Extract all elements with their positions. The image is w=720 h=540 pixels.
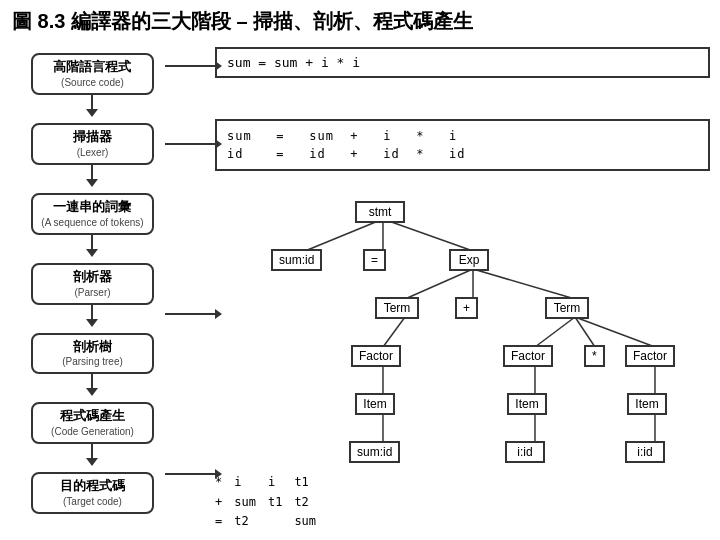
- arrow-source: [165, 61, 222, 71]
- codegen-a-1: i: [234, 473, 268, 492]
- svg-line-11: [575, 317, 655, 347]
- stage-source: 高階語言程式 (Source code): [31, 53, 153, 95]
- stage-tokens: 一連串的詞彙 (A sequence of tokens): [31, 193, 153, 235]
- stage-parsetree: 剖析樹 (Parsing tree): [31, 333, 153, 375]
- codegen-row-1: * i i t1: [215, 473, 328, 492]
- stage-flow: 高階語言程式 (Source code) 掃描器 (Lexer) 一連串的詞彙 …: [0, 39, 185, 539]
- codegen-op-2: +: [215, 493, 234, 512]
- codegen-r-2: t2: [294, 493, 328, 512]
- codegen-row-2: + sum t1 t2: [215, 493, 328, 512]
- tree-node-factor3: Factor: [625, 345, 675, 367]
- tree-node-plus: +: [455, 297, 478, 319]
- parse-tree-area: stmt sum:id = Exp Term + Term Factor Fac…: [195, 199, 716, 459]
- tree-node-sumid-bottom: sum:id: [349, 441, 400, 463]
- tree-node-iid1: i:id: [505, 441, 545, 463]
- stage-target: 目的程式碼 (Target code): [31, 472, 153, 514]
- page-title: 圖 8.3 編譯器的三大階段 – 掃描、剖析、程式碼產生: [0, 0, 720, 39]
- stage-parser: 剖析器 (Parser): [31, 263, 153, 305]
- svg-line-10: [575, 317, 595, 347]
- svg-line-5: [473, 269, 575, 299]
- tree-node-item1: Item: [355, 393, 395, 415]
- tree-node-factor2: Factor: [503, 345, 553, 367]
- codegen-b-2: t1: [268, 493, 294, 512]
- codegen-a-2: sum: [234, 493, 268, 512]
- codegen-a-3: t2: [234, 512, 268, 531]
- stage-codegen: 程式碼產生 (Code Generation): [31, 402, 153, 444]
- tree-node-eq: =: [363, 249, 386, 271]
- stage-lexer: 掃描器 (Lexer): [31, 123, 153, 165]
- lexer-row2: id = id + id * id: [227, 145, 698, 163]
- source-code-box: sum = sum + i * i: [215, 47, 710, 78]
- svg-line-9: [535, 317, 575, 347]
- right-area: sum = sum + i * i sum = sum + i * i id =…: [185, 39, 720, 539]
- arrow-lexer: [165, 139, 222, 149]
- svg-line-6: [383, 317, 405, 347]
- lexer-row1: sum = sum + i * i: [227, 127, 698, 145]
- svg-line-3: [405, 269, 473, 299]
- tree-node-item2: Item: [507, 393, 547, 415]
- tree-node-star: *: [584, 345, 605, 367]
- codegen-output: * i i t1 + sum t1 t2 = t2: [215, 473, 710, 531]
- arrow-codegen: [165, 469, 222, 479]
- lexer-output-box: sum = sum + i * i id = id + id * id: [215, 119, 710, 171]
- tree-node-item3: Item: [627, 393, 667, 415]
- codegen-op-3: =: [215, 512, 234, 531]
- codegen-op-1: *: [215, 473, 234, 492]
- tree-node-iid2: i:id: [625, 441, 665, 463]
- svg-line-0: [305, 219, 383, 251]
- tree-lines: [195, 199, 716, 459]
- tree-node-factor1: Factor: [351, 345, 401, 367]
- tree-node-sumid-top: sum:id: [271, 249, 322, 271]
- codegen-b-3: [268, 512, 294, 531]
- tree-node-exp: Exp: [449, 249, 489, 271]
- codegen-r-1: t1: [294, 473, 328, 492]
- svg-line-2: [383, 219, 473, 251]
- codegen-row-3: = t2 sum: [215, 512, 328, 531]
- tree-node-term2: Term: [545, 297, 589, 319]
- codegen-r-3: sum: [294, 512, 328, 531]
- codegen-b-1: i: [268, 473, 294, 492]
- tree-node-term1: Term: [375, 297, 419, 319]
- tree-node-stmt: stmt: [355, 201, 405, 223]
- source-expr: sum = sum + i * i: [227, 55, 360, 70]
